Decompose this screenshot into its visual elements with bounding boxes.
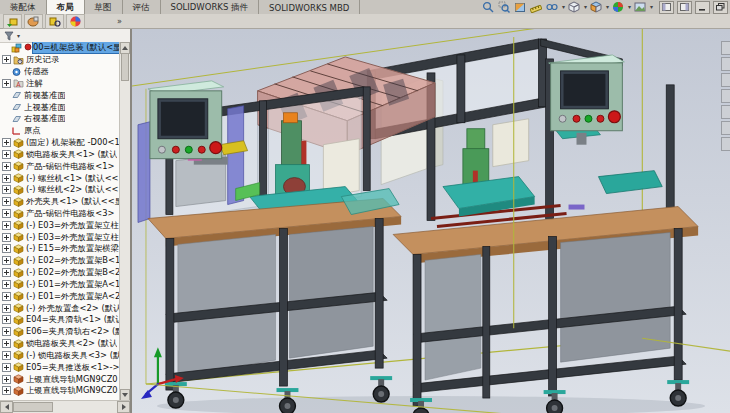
expand-toggle-icon[interactable] [2,386,11,395]
expand-toggle-icon[interactable] [2,375,11,384]
expand-toggle-icon[interactable] [2,185,11,194]
apply-scene-icon[interactable] [634,1,647,13]
tree-item-29[interactable]: 上银直线导轨MGN9CZ0 [0,373,120,385]
pane-left-button[interactable] [659,1,674,14]
tree-filter-row[interactable]: ▾ [0,29,130,43]
pane-right-button[interactable] [677,1,692,14]
tree-item-21[interactable]: (-) E01=外壳放置架A<1 [0,279,120,291]
dropdown-caret-icon[interactable]: ▾ [606,4,609,10]
expand-toggle-icon[interactable] [2,174,11,183]
expand-toggle-icon[interactable] [2,244,11,253]
insert-component-icon[interactable] [3,14,22,29]
tree-item-9[interactable]: (固定) 机架装配 -D00<1 [0,137,120,149]
expand-toggle-icon[interactable] [2,138,11,147]
scroll-right-button[interactable] [117,401,130,413]
graphics-area[interactable] [132,29,730,413]
expand-toggle-icon[interactable] [2,339,11,348]
tree-item-2[interactable]: 历史记录 [0,54,120,66]
task-pane-tab[interactable] [721,105,730,119]
machine-left[interactable] [138,81,370,223]
tree-item-23[interactable]: (-) 外壳放置盒<2> (默认 [0,302,120,314]
mate-icon[interactable] [24,14,43,29]
tree-item-15[interactable]: 产品-锡铝件电路板<3> [0,208,120,220]
tree-item-19[interactable]: (-) E02=外壳放置架B<1 [0,255,120,267]
tree-item-4[interactable]: A注解 [0,77,120,89]
tree-item-6[interactable]: 上视基准面 [0,101,120,113]
dropdown-caret-icon[interactable]: ▾ [628,4,631,10]
zoom-to-fit-icon[interactable] [482,1,495,13]
task-pane-tab[interactable] [721,89,730,103]
tree-item-28[interactable]: E05=夹具推送板<1>-> [0,361,120,373]
expand-toggle-icon[interactable] [2,280,11,289]
toolbar-overflow-chevron[interactable]: » [117,17,122,26]
hide-show-items-icon[interactable] [546,1,559,13]
tree-item-22[interactable]: (-) E01=外壳放置架A<2 [0,290,120,302]
scroll-left-button[interactable] [0,401,13,413]
tab-2[interactable]: 布局 [47,0,85,14]
tree-item-25[interactable]: E06=夹具滑轨右<2> (默 [0,326,120,338]
view-orientation-icon[interactable] [590,1,603,13]
tree-item-27[interactable]: (-) 锁电路板夹具<3> (默 [0,350,120,362]
expand-toggle-icon[interactable] [2,268,11,277]
tree-item-7[interactable]: 右视基准面 [0,113,120,125]
expand-toggle-icon[interactable] [2,150,11,159]
expand-toggle-icon[interactable] [2,233,11,242]
tree-horizontal-scrollbar[interactable] [0,400,130,413]
tab-3[interactable]: 草图 [85,0,123,14]
tab-5[interactable]: SOLIDWORKS 插件 [161,0,260,14]
3d-viewport[interactable] [132,29,730,413]
section-view-icon[interactable] [514,1,527,13]
interference-check-icon[interactable] [66,14,85,29]
tree-item-10[interactable]: 锁电路板夹具<1> (默认 [0,148,120,160]
tree-item-24[interactable]: E04=夹具滑轨<1> (默认 [0,314,120,326]
tree-item-16[interactable]: (-) E03=外壳放置架立柱 [0,219,120,231]
dropdown-caret-icon[interactable]: ▾ [650,4,653,10]
expand-toggle-icon[interactable] [2,209,11,218]
scroll-thumb[interactable] [121,53,129,81]
tree-item-30[interactable]: 上银直线导轨MGN9CZ0 [0,385,120,397]
zoom-to-area-icon[interactable] [498,1,511,13]
task-pane-tab[interactable] [721,121,730,135]
expand-toggle-icon[interactable] [2,162,11,171]
tree-item-14[interactable]: 外壳夹具<1> (默认<<显 [0,196,120,208]
tree-item-13[interactable]: (-) 螺丝机<2> (默认<< [0,184,120,196]
expand-toggle-icon[interactable] [2,256,11,265]
expand-toggle-icon[interactable] [2,55,11,64]
scroll-thumb[interactable] [13,402,53,412]
expand-toggle-icon[interactable] [2,221,11,230]
minimize-button[interactable] [695,1,710,14]
dropdown-caret-icon[interactable]: ▾ [562,4,565,10]
task-pane-tab[interactable] [721,57,730,71]
task-pane-tab[interactable] [721,41,730,55]
dropdown-caret-icon[interactable]: ▾ [584,4,587,10]
expand-toggle-icon[interactable] [2,292,11,301]
expand-toggle-icon[interactable] [2,79,11,88]
tree-item-5[interactable]: 前视基准面 [0,89,120,101]
expand-toggle-icon[interactable] [2,351,11,360]
tab-4[interactable]: 评估 [123,0,161,14]
tree-item-12[interactable]: (-) 螺丝机<1> (默认<< [0,172,120,184]
tree-item-3[interactable]: 传感器 [0,66,120,78]
tree-item-1[interactable]: 00=机架总装 (默认<显 [0,42,120,54]
tree-vertical-scrollbar[interactable] [119,42,130,401]
tree-item-8[interactable]: 原点 [0,125,120,137]
tab-1[interactable]: 装配体 [0,0,47,14]
tree-item-11[interactable]: 产品-锡铝件电路板<1> [0,160,120,172]
expand-toggle-icon[interactable] [2,327,11,336]
tree-item-18[interactable]: (-) E15=外壳放置架横梁 [0,243,120,255]
measure-icon[interactable] [530,1,543,13]
task-pane-tab[interactable] [721,73,730,87]
expand-toggle-icon[interactable] [2,315,11,324]
tab-6[interactable]: SOLIDWORKS MBD [259,0,360,14]
edit-appearance-icon[interactable] [612,1,625,13]
hmi-panel-right[interactable] [549,55,625,145]
expand-toggle-icon[interactable] [2,363,11,372]
tree-item-26[interactable]: 锁电路板夹具<2> (默认 [0,338,120,350]
tree-item-17[interactable]: (-) E03=外壳放置架立柱 [0,231,120,243]
restore-button[interactable] [713,1,728,14]
smart-fastener-icon[interactable] [45,14,64,29]
expand-toggle-icon[interactable] [2,197,11,206]
expand-toggle-icon[interactable] [2,304,11,313]
task-pane-tab[interactable] [721,137,730,151]
display-style-icon[interactable] [568,1,581,13]
